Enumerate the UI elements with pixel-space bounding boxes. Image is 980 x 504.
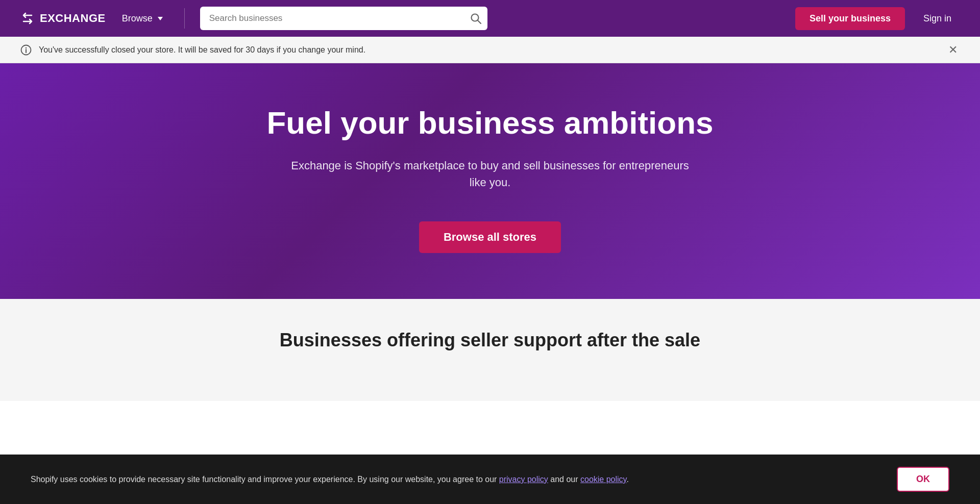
browse-all-stores-button[interactable]: Browse all stores xyxy=(419,221,561,253)
sign-in-button[interactable]: Sign in xyxy=(915,9,960,28)
sell-button-label: Sell your business xyxy=(810,13,891,23)
notification-message: You've successfully closed your store. I… xyxy=(39,45,939,55)
section-title: Businesses offering seller support after… xyxy=(20,330,960,351)
svg-line-1 xyxy=(477,20,481,24)
info-icon xyxy=(20,44,32,56)
browse-label: Browse xyxy=(122,13,153,24)
chevron-down-icon xyxy=(158,17,163,20)
hero-title: Fuel your business ambitions xyxy=(266,104,713,142)
privacy-policy-link[interactable]: privacy policy xyxy=(499,475,548,484)
cookie-text-part2: and our xyxy=(548,475,580,484)
signin-label: Sign in xyxy=(923,13,951,23)
logo[interactable]: EXCHANGE xyxy=(20,11,106,26)
hero-subtitle: Exchange is Shopify's marketplace to buy… xyxy=(286,157,694,191)
cookie-ok-button[interactable]: OK xyxy=(897,467,949,492)
search-button[interactable] xyxy=(470,13,481,24)
navbar: EXCHANGE Browse Sell your business Sign … xyxy=(0,0,980,37)
below-hero-section: Businesses offering seller support after… xyxy=(0,299,980,401)
sell-your-business-button[interactable]: Sell your business xyxy=(795,7,905,30)
cookie-text-part1: Shopify uses cookies to provide necessar… xyxy=(31,475,499,484)
notification-close-button[interactable]: ✕ xyxy=(946,42,960,58)
cookie-ok-label: OK xyxy=(916,474,930,484)
search-icon xyxy=(470,13,481,24)
browse-stores-label: Browse all stores xyxy=(444,231,536,243)
cookie-text-part3: . xyxy=(626,475,628,484)
logo-text: EXCHANGE xyxy=(40,12,106,25)
hero-section: Fuel your business ambitions Exchange is… xyxy=(0,63,980,299)
search-input[interactable] xyxy=(200,7,487,30)
search-container xyxy=(200,7,487,30)
browse-button[interactable]: Browse xyxy=(116,9,169,28)
cookie-policy-link[interactable]: cookie policy xyxy=(580,475,626,484)
svg-point-4 xyxy=(26,47,27,48)
notification-banner: You've successfully closed your store. I… xyxy=(0,37,980,63)
cookie-banner: Shopify uses cookies to provide necessar… xyxy=(0,455,980,504)
exchange-icon xyxy=(20,11,35,26)
nav-divider xyxy=(184,8,185,29)
cookie-text: Shopify uses cookies to provide necessar… xyxy=(31,473,876,486)
